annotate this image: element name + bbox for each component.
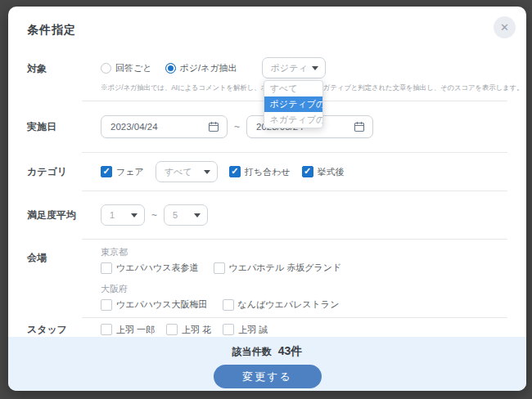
fair-type-select[interactable]: すべて: [156, 161, 218, 182]
row-venue: 会場 東京都 ウエパハウス表参道 ウエパホテル 赤坂グランド: [27, 240, 507, 317]
checkbox-unchecked-icon: [101, 299, 112, 311]
checkbox-checked-icon: [229, 166, 241, 177]
checkbox-unchecked-icon: [223, 299, 234, 311]
calendar-icon: [354, 121, 365, 132]
checkbox-venue-akasaka[interactable]: ウエパホテル 赤坂グランド: [214, 262, 342, 274]
checkbox-venue-label: ウエパハウス表参道: [116, 262, 199, 274]
radio-per-answer[interactable]: 回答ごと: [101, 62, 152, 74]
dropdown-option-negative[interactable]: ネガティブのみ: [264, 112, 322, 128]
caret-down-icon: [131, 213, 138, 217]
staff-label: スタッフ: [27, 323, 101, 337]
row-satisfaction: 満足度平均 1 ~ 5: [27, 191, 507, 239]
venue-group-tokyo: 東京都 ウエパハウス表参道 ウエパホテル 赤坂グランド: [101, 246, 356, 274]
date-range-tilde: ~: [234, 121, 240, 132]
checkbox-staff-label: 上羽 花: [182, 324, 211, 336]
close-icon: ✕: [500, 21, 509, 34]
checkbox-unchecked-icon: [223, 324, 234, 335]
target-label: 対象: [27, 49, 101, 101]
checkbox-after-ceremony[interactable]: 挙式後: [302, 166, 345, 178]
radio-per-answer-label: 回答ごと: [115, 62, 152, 74]
radio-unchecked-icon: [101, 63, 111, 74]
posinega-select-value: ポジティブの: [271, 62, 307, 74]
match-count-value: 43件: [278, 344, 303, 359]
checkbox-unchecked-icon: [101, 262, 112, 274]
modal-title: 条件指定: [27, 23, 76, 38]
venue-label: 会場: [27, 240, 101, 317]
checkbox-checked-icon: [101, 166, 112, 177]
checkbox-meeting-label: 打ち合わせ: [245, 166, 291, 178]
checkbox-unchecked-icon: [166, 324, 178, 335]
fair-type-select-value: すべて: [165, 166, 199, 178]
category-label: カテゴリ: [27, 165, 101, 179]
checkbox-staff-label: 上羽 一郎: [116, 324, 155, 336]
dropdown-option-positive[interactable]: ポジティブのみ: [264, 96, 322, 112]
checkbox-venue-omotesando[interactable]: ウエパハウス表参道: [101, 262, 199, 274]
date-start-input[interactable]: 2023/04/24: [101, 115, 228, 138]
checkbox-unchecked-icon: [101, 324, 112, 335]
checkbox-venue-label: ウエパハウス大阪梅田: [116, 298, 208, 311]
radio-checked-icon: [165, 63, 176, 74]
checkbox-checked-icon: [302, 166, 313, 177]
condition-modal: 条件指定 ✕ 対象 回答ごと ポジ/ネガ抽出: [8, 7, 526, 391]
caret-down-icon: [312, 66, 318, 70]
checkbox-venue-namba[interactable]: なんばウエパレストラン: [223, 298, 340, 311]
radio-posinega-label: ポジ/ネガ抽出: [180, 62, 237, 74]
venue-group-name: 大阪府: [101, 283, 356, 295]
satisfaction-max-select[interactable]: 5: [164, 204, 208, 226]
match-count-label: 該当件数: [232, 345, 272, 359]
satisfaction-min-select[interactable]: 1: [101, 204, 145, 226]
venue-group-osaka: 大阪府 ウエパハウス大阪梅田 なんばウエパレストラン: [101, 283, 356, 311]
venue-groups: 東京都 ウエパハウス表参道 ウエパホテル 赤坂グランド 大阪府: [101, 240, 356, 317]
posinega-dropdown-menu: すべて ポジティブのみ ネガティブのみ: [264, 80, 323, 128]
close-button[interactable]: ✕: [494, 16, 516, 38]
target-radio-group: 回答ごと ポジ/ネガ抽出: [101, 62, 250, 74]
submit-button-label: 変更する: [242, 370, 292, 384]
venue-group-name: 東京都: [101, 246, 356, 258]
checkbox-venue-label: なんばウエパレストラン: [238, 298, 340, 311]
satisfaction-min-value: 1: [110, 210, 126, 220]
checkbox-fair-label: フェア: [116, 166, 144, 178]
date-label: 実施日: [27, 120, 101, 134]
satisfaction-label: 満足度平均: [27, 208, 101, 222]
modal-body: 対象 回答ごと ポジ/ネガ抽出 ポジティブの: [27, 49, 507, 341]
target-content: 回答ごと ポジ/ネガ抽出 ポジティブの すべて ポジティブのみ: [101, 49, 523, 101]
checkbox-meeting[interactable]: 打ち合わせ: [229, 166, 291, 178]
modal-footer: 該当件数 43件 変更する: [8, 337, 526, 391]
checkbox-venue-label: ウエパホテル 赤坂グランド: [229, 262, 342, 274]
match-count: 該当件数 43件: [232, 344, 303, 359]
satisfaction-range-tilde: ~: [151, 209, 157, 221]
radio-posinega[interactable]: ポジ/ネガ抽出: [165, 62, 237, 74]
row-category: カテゴリ フェア すべて 打ち合わせ 挙式後: [27, 153, 507, 191]
caret-down-icon: [204, 170, 210, 174]
staff-items: 上羽 一郎 上羽 花 上羽 誠: [101, 324, 279, 336]
caret-down-icon: [194, 213, 201, 217]
submit-button[interactable]: 変更する: [214, 365, 322, 388]
posinega-select[interactable]: ポジティブの すべて ポジティブのみ ネガティブのみ: [262, 57, 326, 78]
row-target: 対象 回答ごと ポジ/ネガ抽出 ポジティブの: [27, 49, 507, 101]
checkbox-unchecked-icon: [214, 262, 225, 274]
checkbox-staff-label: 上羽 誠: [238, 324, 268, 336]
checkbox-venue-umeda[interactable]: ウエパハウス大阪梅田: [101, 298, 208, 311]
date-start-value: 2023/04/24: [110, 122, 208, 132]
checkbox-fair[interactable]: フェア: [101, 166, 144, 178]
dropdown-option-all[interactable]: すべて: [264, 81, 322, 96]
checkbox-after-ceremony-label: 挙式後: [318, 166, 345, 178]
checkbox-staff-hana[interactable]: 上羽 花: [166, 324, 211, 336]
checkbox-staff-ichiro[interactable]: 上羽 一郎: [101, 324, 155, 336]
satisfaction-max-value: 5: [173, 210, 189, 220]
checkbox-staff-makoto[interactable]: 上羽 誠: [223, 324, 268, 336]
calendar-icon: [208, 121, 219, 132]
